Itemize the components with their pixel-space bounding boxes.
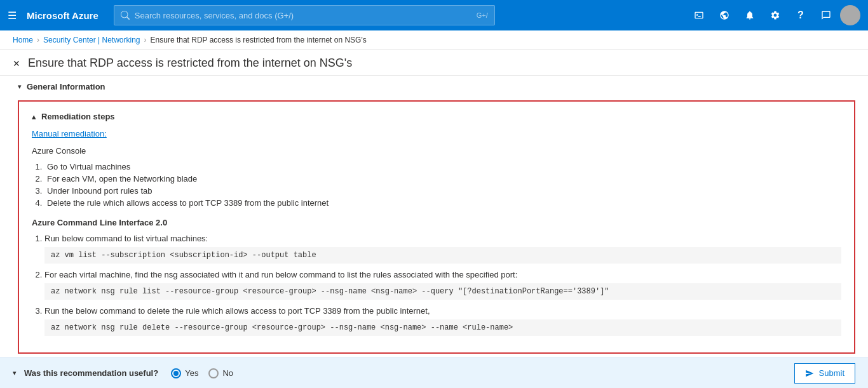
- hamburger-icon[interactable]: ☰: [8, 10, 17, 22]
- submit-icon: [805, 369, 814, 378]
- feedback-label: Was this recommendation useful?: [24, 368, 158, 378]
- search-shortcut: G+/: [477, 11, 488, 19]
- topbar-icons: ?: [688, 4, 860, 27]
- page-title: Ensure that RDP access is restricted fro…: [28, 57, 352, 70]
- help-icon[interactable]: ?: [789, 4, 812, 27]
- azure-logo: Microsoft Azure: [27, 10, 98, 21]
- azure-console-title: Azure Console: [32, 146, 841, 156]
- cli-step-2-code[interactable]: az network nsg rule list --resource-grou…: [44, 283, 841, 300]
- remediation-chevron: ▴: [32, 112, 36, 121]
- azure-console-steps: Go to Virtual machines For each VM, open…: [32, 162, 841, 208]
- list-item: For each virtal machine, find the nsg as…: [44, 270, 841, 300]
- list-item: Go to Virtual machines: [44, 162, 841, 171]
- remediation-header[interactable]: ▴ Remediation steps: [32, 112, 841, 121]
- breadcrumb-security[interactable]: Security Center | Networking: [43, 36, 140, 44]
- feedback-no-radio[interactable]: [208, 368, 219, 378]
- cloud-shell-icon[interactable]: [688, 4, 710, 27]
- cli-step-2-text: For each virtal machine, find the nsg as…: [44, 270, 517, 279]
- general-information-title: General Information: [27, 82, 105, 91]
- topbar: ☰ Microsoft Azure G+/ ?: [0, 0, 868, 30]
- cli-step-3-text: Run the below command to delete the rule…: [44, 306, 430, 316]
- breadcrumb-home[interactable]: Home: [13, 36, 33, 44]
- search-input[interactable]: [135, 11, 471, 20]
- list-item: Run below command to list virtual machin…: [44, 234, 841, 264]
- feedback-no-label: No: [222, 368, 233, 378]
- close-button[interactable]: ✕: [13, 58, 20, 69]
- directory-icon[interactable]: [713, 4, 736, 27]
- notifications-icon[interactable]: [738, 4, 761, 27]
- cli-title: Azure Command Line Interface 2.0: [32, 218, 841, 227]
- feedback-radio-group: Yes No: [171, 368, 233, 378]
- breadcrumb: Home › Security Center | Networking › En…: [0, 30, 868, 50]
- feedback-no-option[interactable]: No: [208, 368, 233, 378]
- breadcrumb-sep-2: ›: [144, 36, 147, 44]
- feedback-yes-option[interactable]: Yes: [171, 368, 198, 378]
- breadcrumb-current: Ensure that RDP access is restricted fro…: [151, 36, 367, 44]
- search-icon: [121, 11, 130, 20]
- settings-icon[interactable]: [764, 4, 787, 27]
- general-information-section: ▾ General Information: [18, 76, 855, 98]
- remediation-box: ▴ Remediation steps Manual remediation: …: [18, 100, 855, 354]
- cli-step-1-code[interactable]: az vm list --subscription <subscription-…: [44, 247, 841, 264]
- remediation-title: Remediation steps: [41, 112, 115, 121]
- feedback-yes-label: Yes: [185, 368, 198, 378]
- manual-remediation-link[interactable]: Manual remediation:: [32, 129, 107, 138]
- list-item: Run the below command to delete the rule…: [44, 306, 841, 336]
- list-item: Under Inbound port rules tab: [44, 186, 841, 196]
- submit-button[interactable]: Submit: [794, 363, 855, 384]
- main-content: ▾ General Information ▴ Remediation step…: [0, 76, 868, 358]
- list-item: For each VM, open the Networking blade: [44, 174, 841, 184]
- breadcrumb-sep-1: ›: [37, 36, 39, 44]
- cli-steps: Run below command to list virtual machin…: [32, 234, 841, 336]
- cli-step-1-text: Run below command to list virtual machin…: [44, 234, 208, 243]
- feedback-chevron[interactable]: ▾: [13, 369, 17, 377]
- general-information-header[interactable]: ▾ General Information: [18, 76, 855, 98]
- submit-label: Submit: [819, 368, 844, 378]
- user-avatar[interactable]: [840, 5, 860, 25]
- feedback-bar: ▾ Was this recommendation useful? Yes No…: [0, 358, 868, 388]
- feedback-icon[interactable]: [815, 4, 837, 27]
- list-item: Delete the rule which allows access to p…: [44, 198, 841, 208]
- search-box[interactable]: G+/: [114, 5, 495, 25]
- feedback-yes-radio[interactable]: [171, 368, 181, 378]
- page-header: ✕ Ensure that RDP access is restricted f…: [0, 50, 868, 76]
- cli-step-3-code[interactable]: az network nsg rule delete --resource-gr…: [44, 319, 841, 336]
- general-info-chevron: ▾: [18, 83, 22, 91]
